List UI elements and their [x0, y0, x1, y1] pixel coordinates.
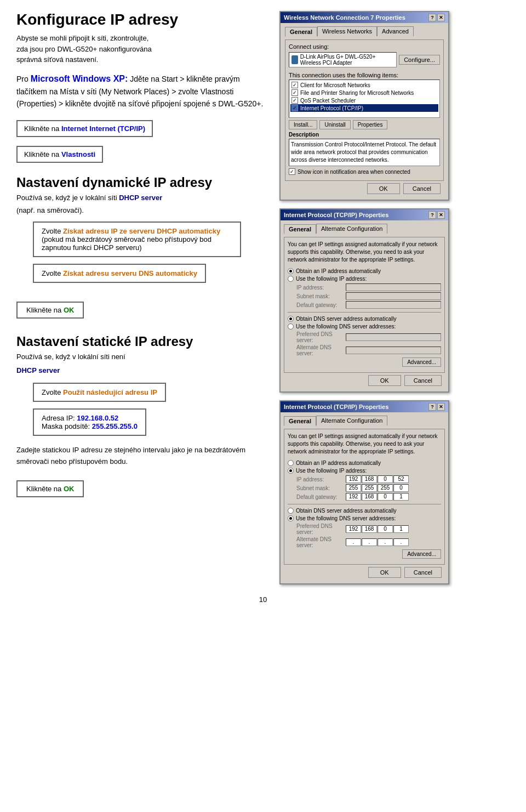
- list-item-tcpip-label: Internet Protocol (TCP/IP): [300, 105, 363, 111]
- alternate-dns-row: Alternate DNS server:: [288, 344, 441, 356]
- subnet-mask-input: [346, 292, 441, 300]
- show-icon-checkbox[interactable]: [289, 168, 295, 175]
- properties-button[interactable]: Properties: [353, 120, 388, 129]
- checkbox-tcpip[interactable]: [291, 105, 298, 111]
- ip-val-1[interactable]: 192: [346, 475, 361, 483]
- dns2-val-1[interactable]: .: [346, 538, 361, 546]
- callout-dns: Zvolte Získat adresu serveru DNS automat…: [33, 264, 206, 283]
- dialog2-cancel-button[interactable]: Cancel: [404, 375, 442, 386]
- description-label: Description: [289, 132, 440, 138]
- preferred-dns-row: Preferred DNS server:: [288, 331, 441, 343]
- paragraph-bottom: Zadejte statickou IP adresu ze stejného …: [16, 445, 268, 468]
- subnet-val-4[interactable]: 0: [393, 484, 409, 492]
- checkbox-qos[interactable]: [291, 97, 298, 104]
- dynamic-section-heading: Nastavení dynamické IP adresy: [16, 175, 268, 190]
- dialog1-tab-general[interactable]: General: [285, 27, 317, 37]
- dialog2-tabs: General Alternate Configuration: [284, 224, 445, 234]
- list-item-tcpip[interactable]: Internet Protocol (TCP/IP): [290, 104, 438, 112]
- dialog-wireless-properties: Wireless Network Connection 7 Properties…: [279, 11, 449, 201]
- dialog3-tab-general[interactable]: General: [284, 416, 316, 426]
- dns1-val-2[interactable]: 168: [362, 525, 377, 533]
- dialog3-radio-auto-ip[interactable]: [288, 460, 294, 466]
- gw-val-1[interactable]: 192: [346, 493, 361, 501]
- dialog2-question-icon[interactable]: ?: [428, 211, 436, 219]
- dns1-val-3[interactable]: 0: [378, 525, 393, 533]
- radio-auto-ip-label: Obtain an IP address automatically: [296, 268, 381, 274]
- gw-val-4[interactable]: 1: [393, 493, 409, 501]
- dialog1-question-icon[interactable]: ?: [428, 14, 436, 21]
- dialog3-title-icons: ? ✕: [428, 403, 445, 411]
- checkbox-client[interactable]: [291, 82, 298, 88]
- callout-tcp: Klikněte na Internet Internet (TCP/IP): [16, 120, 153, 137]
- subnet-val-3[interactable]: 255: [378, 484, 393, 492]
- radio-manual-ip-label: Use the following IP address:: [296, 276, 367, 282]
- dialog3-preferred-dns-label: Preferred DNS server:: [296, 523, 346, 535]
- dialog2-tab-alternate[interactable]: Alternate Configuration: [316, 224, 388, 234]
- dialog3-advanced-button[interactable]: Advanced...: [402, 549, 441, 559]
- alternate-dns-input: [346, 347, 441, 354]
- dialog3-cancel-button[interactable]: Cancel: [404, 567, 442, 578]
- dialog3-advanced-row: Advanced...: [288, 549, 441, 559]
- dialog1-close-icon[interactable]: ✕: [437, 14, 445, 21]
- radio-auto-ip[interactable]: [288, 268, 294, 274]
- dns2-val-4[interactable]: .: [393, 538, 409, 546]
- checkbox-sharing[interactable]: [291, 89, 298, 96]
- dialog3-radio-auto-dns[interactable]: [288, 508, 294, 514]
- uninstall-button[interactable]: Uninstall: [319, 120, 350, 129]
- dns2-val-3[interactable]: .: [378, 538, 393, 546]
- dialog2-close-icon[interactable]: ✕: [437, 211, 445, 219]
- list-item-sharing-label: File and Printer Sharing for Microsoft N…: [300, 90, 414, 96]
- dialog3-alternate-dns-row: Alternate DNS server: . . . .: [288, 536, 441, 548]
- dialog1-ok-button[interactable]: OK: [367, 183, 400, 194]
- list-item-client-label: Client for Microsoft Networks: [300, 82, 370, 88]
- radio-manual-dns[interactable]: [288, 323, 294, 330]
- dialog3-radio-manual-dns-label: Use the following DNS server addresses:: [296, 515, 396, 521]
- dns1-val-1[interactable]: 192: [346, 525, 361, 533]
- connect-using-label: Connect using:: [289, 43, 440, 50]
- callout-ok1: Klikněte na OK: [16, 302, 84, 319]
- subnet-val-2[interactable]: 255: [362, 484, 377, 492]
- dialog2-tab-general[interactable]: General: [284, 224, 316, 234]
- dialog3-preferred-dns-row: Preferred DNS server: 192 168 0 1: [288, 523, 441, 535]
- install-button[interactable]: Install...: [289, 120, 317, 129]
- ip-val-2[interactable]: 168: [362, 475, 377, 483]
- subnet-val-1[interactable]: 255: [346, 484, 361, 492]
- page-title: Konfigurace IP adresy: [16, 11, 268, 29]
- dialog3-tab-alternate[interactable]: Alternate Configuration: [316, 416, 388, 425]
- gw-val-2[interactable]: 168: [362, 493, 377, 501]
- list-item-client: Client for Microsoft Networks: [290, 81, 438, 89]
- dialog2-advanced-button[interactable]: Advanced...: [402, 357, 441, 367]
- dialog1-actions: Install... Uninstall Properties: [289, 120, 440, 129]
- dialog1-cancel-button[interactable]: Cancel: [403, 183, 441, 194]
- pro-section: Pro Microsoft Windows XP: Jděte na Start…: [16, 72, 268, 110]
- dns2-val-2[interactable]: .: [362, 538, 377, 546]
- dialog3-radio-manual-ip[interactable]: [288, 468, 294, 474]
- ip-val-4[interactable]: 52: [393, 475, 409, 483]
- radio-auto-dns-row: Obtain DNS server address automatically: [288, 316, 441, 322]
- dialog3-subnet-row: Subnet mask: 255 255 255 0: [288, 484, 441, 492]
- dialog3-close-icon[interactable]: ✕: [437, 403, 445, 411]
- dialog2-ok-button[interactable]: OK: [368, 375, 401, 386]
- dialog1-tab-advanced[interactable]: Advanced: [377, 26, 414, 36]
- dialog3-ip-label: IP address:: [296, 476, 346, 482]
- gw-val-3[interactable]: 0: [378, 493, 393, 501]
- left-column: Konfigurace IP adresy Abyste se mohli př…: [16, 11, 268, 584]
- dialog3-radio-manual-dns[interactable]: [288, 515, 294, 521]
- dns1-val-4[interactable]: 1: [393, 525, 409, 533]
- radio-auto-dns[interactable]: [288, 316, 294, 322]
- dialog1-tab-wireless[interactable]: Wireless Networks: [317, 26, 377, 36]
- dialog3-radio-auto-dns-row: Obtain DNS server address automatically: [288, 508, 441, 514]
- ip-val-3[interactable]: 0: [378, 475, 393, 483]
- list-item-sharing: File and Printer Sharing for Microsoft N…: [290, 89, 438, 96]
- dialog3-alternate-dns-label: Alternate DNS server:: [296, 536, 346, 548]
- adapter-icon: [291, 55, 298, 64]
- dialog2-info: You can get IP settings assigned automat…: [288, 241, 441, 264]
- dialog3-divider: [288, 504, 441, 504]
- ip-address-row: IP address:: [288, 283, 441, 291]
- dialog3-question-icon[interactable]: ?: [428, 403, 436, 411]
- configure-button[interactable]: Configure...: [399, 55, 440, 65]
- radio-manual-ip[interactable]: [288, 276, 294, 282]
- dialog3-ok-button[interactable]: OK: [368, 567, 401, 578]
- show-icon-row: Show icon in notification area when conn…: [289, 168, 440, 175]
- dialog3-ip-row: IP address: 192 168 0 52: [288, 475, 441, 483]
